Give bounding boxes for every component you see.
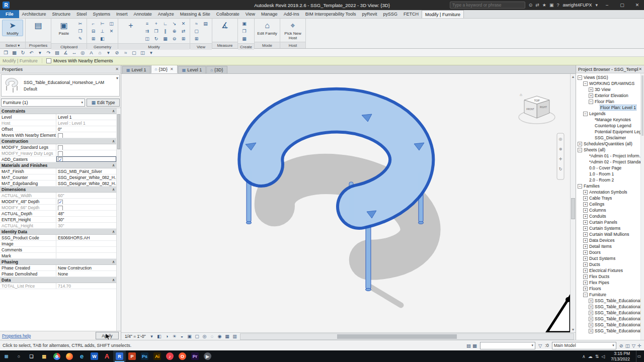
scrollbar-thumb[interactable] [571,198,575,219]
ribbon-button-pick-new-host[interactable]: ⌖Pick New Host [282,20,303,41]
ribbon-tab-structure[interactable]: Structure [49,10,74,18]
thin-lines-icon[interactable]: ≈ [122,49,129,56]
chrome-icon[interactable] [50,350,63,362]
tree-item-admin-01-project-inform-13[interactable]: *Admin 01 - Project Inform... [576,153,644,159]
collapse-icon[interactable]: − [583,112,588,116]
extend-icon[interactable]: ⇄ [179,28,188,34]
view-tab-level-1-2[interactable]: ▦Level 1 [178,66,206,73]
volume-icon[interactable]: ◁ [601,354,605,359]
tree-item-ceilings-21[interactable]: +Ceilings [576,201,644,207]
property-value[interactable] [56,241,116,246]
network-icon[interactable]: ⇅ [595,354,599,359]
shadows-icon[interactable]: ◒ [178,333,185,340]
expand-icon[interactable]: + [578,142,582,146]
ribbon-tab-architecture[interactable]: Architecture [19,10,49,18]
design-option-select[interactable]: Main Model ▾ [552,342,616,349]
show-crop-icon[interactable]: ▢ [193,333,200,340]
tree-item-ducts-31[interactable]: +Ducts [576,261,644,267]
premiere-icon[interactable]: Pr [189,350,201,362]
lock-3d-view-icon[interactable]: ◎ [201,333,208,340]
media-player-icon[interactable]: ▶ [201,350,214,362]
tree-item-floors-35[interactable]: +Floors [576,286,644,292]
property-value[interactable] [56,132,116,138]
revit-icon[interactable]: R [113,350,126,362]
unpin-icon[interactable]: ⊖ [170,35,179,42]
create-similar-icon[interactable]: ❐ [240,28,249,34]
maximize-button[interactable]: ▢ [616,0,628,10]
expand-icon[interactable]: + [583,250,588,255]
ribbon-tab-pyrevit[interactable]: pyRevit [359,10,380,18]
expand-icon[interactable]: + [583,220,588,225]
property-value[interactable]: Level 1 [56,114,116,120]
checkbox-modify-standard-legs[interactable] [58,145,63,150]
property-group-data[interactable]: Data∧ [0,277,116,283]
tree-item-2-0-room-2-17[interactable]: 2.0 - Room 2 [576,177,644,183]
tree-item-ssg-table-educational-38[interactable]: +SSG_Table_Educational_... [576,304,644,310]
canvas-3d-view[interactable]: TOP FRONT RIGHT ⌂ ◎ ⊕ ✛ ↻ [121,74,576,332]
expand-icon[interactable]: + [583,226,588,231]
property-value[interactable]: ✓ [56,199,116,204]
onedrive-icon[interactable]: ☁ [588,354,593,359]
expand-icon[interactable]: + [583,214,588,219]
ribbon-tab-systems[interactable]: Systems [90,10,114,18]
split-icon[interactable]: ∥ [161,28,170,34]
orbit-icon[interactable]: ↻ [559,167,562,171]
property-group-materials-and-finishes[interactable]: Materials and Finishes∧ [0,162,116,168]
user-interface-icon[interactable]: ▤ [201,20,210,27]
copy-tool-icon[interactable]: ❐ [152,28,160,34]
taskbar-clock[interactable]: 3:15 PM 7/13/2022 [611,351,630,361]
steering-wheel-icon[interactable]: ◎ [559,137,562,141]
save-icon[interactable]: ▦ [11,49,18,56]
property-value[interactable]: 30" [56,217,116,222]
pin-icon[interactable]: ⊕ [170,28,179,34]
ribbon-tab-collaborate[interactable]: Collaborate [213,10,243,18]
ribbon-button-measure-icon[interactable]: ∡ [214,20,235,36]
edge-icon[interactable]: e [75,350,88,362]
redo-icon[interactable]: ↷ [45,49,52,56]
properties-help-link[interactable]: Properties help [2,333,31,338]
type-selector[interactable]: SSG_Table_Educational_Horseshoe_LAM Defa… [1,74,120,97]
property-group-phasing[interactable]: Phasing∧ [0,259,116,265]
close-hidden-icon[interactable]: ▢ [192,28,201,34]
start-button[interactable]: ⊞ [0,350,13,362]
split-face-icon[interactable]: ◫ [107,20,116,27]
tree-item-columns-22[interactable]: +Columns [576,207,644,213]
view-tab-level-1-0[interactable]: ▦Level 1 [122,66,150,73]
ribbon-button-modify[interactable]: ➤Modify [2,20,23,36]
property-value[interactable]: 0" [56,126,116,132]
viewcube-top-label[interactable]: TOP [534,99,540,102]
opera-icon[interactable]: O [176,350,189,362]
tree-item-electrical-fixtures-32[interactable]: +Electrical Fixtures [576,267,644,274]
expand-icon[interactable]: + [583,268,588,273]
ribbon-tab-file[interactable]: File [0,10,19,18]
create-group-icon[interactable]: ▣ [240,20,249,27]
offset-icon[interactable]: ⇉ [143,28,151,34]
constraints-icon[interactable]: ▥ [231,333,238,340]
reveal-hidden-icon[interactable]: ◉ [216,333,223,340]
property-value[interactable]: 48" [56,211,116,216]
apply-button[interactable]: Apply [96,332,119,339]
expand-icon[interactable]: + [583,275,588,279]
cut-geometry-icon[interactable]: ⊟ [89,28,98,34]
property-value[interactable]: 714.70 [56,283,116,289]
tree-item-duct-systems-30[interactable]: +Duct Systems [576,255,644,261]
expand-icon[interactable]: + [583,202,588,207]
sync-icon[interactable]: ↻ [19,49,27,56]
tree-item-schedules-quantities-all-11[interactable]: +Schedules/Quantities (all) [576,141,644,147]
tree-scrollbar[interactable] [640,73,644,340]
wall-joins-icon[interactable]: ⊥ [98,28,107,34]
tree-item-curtain-panels-24[interactable]: +Curtain Panels [576,219,644,225]
property-group-constraints[interactable]: Constraints∧ [0,108,116,114]
tree-item-ssg-table-educational-37[interactable]: +SSG_Table_Educational_... [576,298,644,304]
expand-icon[interactable]: + [583,196,588,201]
tree-item-cable-trays-20[interactable]: +Cable Trays [576,195,644,201]
powerpoint-icon[interactable]: P [126,350,138,362]
search-button[interactable]: ○ [13,350,25,362]
tree-item-3d-view-2[interactable]: +3D View [576,86,644,93]
property-value[interactable]: SSG_Designer_White_082_H... [56,180,116,186]
property-value[interactable]: 60" [56,193,116,198]
help-search-input[interactable] [450,2,525,9]
ribbon-tab-massing-site[interactable]: Massing & Site [177,10,213,18]
photoshop-icon[interactable]: Ps [138,350,151,362]
tree-item-families-18[interactable]: −Families [576,183,644,189]
